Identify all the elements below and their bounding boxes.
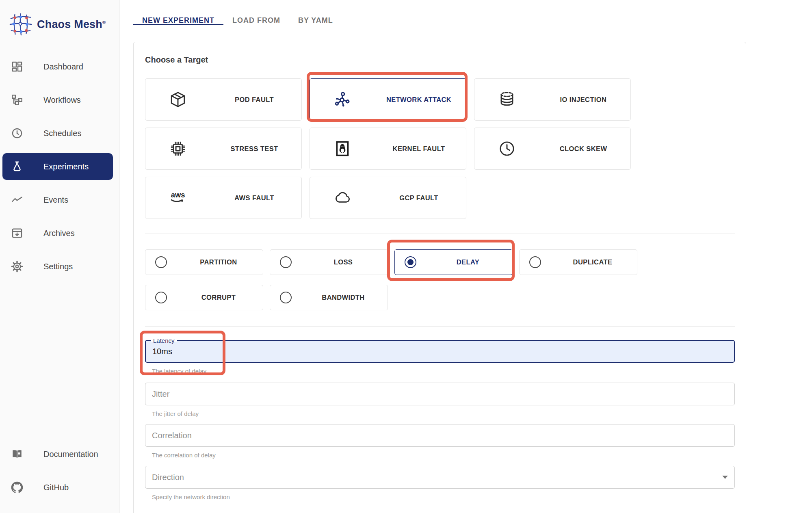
jitter-field-group: The jitter of delay xyxy=(145,383,735,418)
tab-load-from[interactable]: LOAD FROM xyxy=(223,0,289,25)
jitter-helper-text: The jitter of delay xyxy=(152,410,735,418)
target-card-stress-test[interactable]: STRESS TEST xyxy=(145,128,302,170)
main-content: NEW EXPERIMENT LOAD FROM BY YAML Choose … xyxy=(120,0,812,513)
cpu-chip-icon xyxy=(169,140,187,158)
target-card-kernel-fault[interactable]: KERNEL FAULT xyxy=(310,128,466,170)
action-duplicate[interactable]: DUPLICATE xyxy=(519,249,637,275)
action-corrupt[interactable]: CORRUPT xyxy=(145,285,263,310)
panel-title: Choose a Target xyxy=(145,55,735,65)
direction-select[interactable] xyxy=(145,466,735,489)
sidebar-item-experiments[interactable]: Experiments xyxy=(2,153,113,180)
dashboard-icon xyxy=(11,61,23,73)
section-divider xyxy=(145,326,735,327)
aws-logo-icon: aws xyxy=(169,189,187,207)
latency-field-group: Latency The latency of delay xyxy=(145,340,735,375)
correlation-field[interactable] xyxy=(145,424,735,447)
tab-bar: NEW EXPERIMENT LOAD FROM BY YAML xyxy=(133,0,746,25)
brand-name: Chaos Mesh® xyxy=(37,18,106,31)
radio-unchecked-icon xyxy=(529,256,541,268)
direction-helper-text: Specify the network direction xyxy=(152,494,735,501)
clock-icon xyxy=(11,127,23,139)
flask-icon xyxy=(11,160,23,173)
target-card-gcp-fault[interactable]: GCP FAULT xyxy=(310,177,466,219)
action-partition[interactable]: PARTITION xyxy=(145,249,263,275)
direction-field-group: Specify the network direction xyxy=(145,466,735,501)
svg-text:aws: aws xyxy=(171,190,185,199)
sidebar: Chaos Mesh® Dashboard Workflows Schedule… xyxy=(0,0,120,513)
latency-field[interactable]: Latency xyxy=(145,340,735,363)
sidebar-item-archives[interactable]: Archives xyxy=(2,220,113,247)
sidebar-item-dashboard[interactable]: Dashboard xyxy=(2,53,113,80)
action-bandwidth[interactable]: BANDWIDTH xyxy=(270,285,388,310)
sidebar-item-github[interactable]: GitHub xyxy=(2,474,113,501)
sidebar-item-events[interactable]: Events xyxy=(2,186,113,213)
database-icon xyxy=(498,91,516,108)
cube-icon xyxy=(169,91,187,108)
sidebar-item-workflows[interactable]: Workflows xyxy=(2,87,113,113)
target-card-network-attack[interactable]: NETWORK ATTACK xyxy=(310,78,466,121)
correlation-field-group: The correlation of delay xyxy=(145,424,735,459)
sidebar-item-schedules[interactable]: Schedules xyxy=(2,120,113,147)
jitter-input[interactable] xyxy=(152,390,728,399)
section-divider xyxy=(145,234,735,234)
linux-penguin-icon xyxy=(333,140,351,158)
gear-icon xyxy=(11,260,23,273)
action-grid: PARTITION LOSS DELAY DUPLICATE CORRUPT xyxy=(145,249,735,310)
radio-unchecked-icon xyxy=(280,292,292,303)
sidebar-nav: Dashboard Workflows Schedules Experiment… xyxy=(0,53,119,286)
workflows-icon xyxy=(11,94,23,106)
target-grid: POD FAULT NETWORK ATTACK xyxy=(145,78,735,219)
target-card-aws-fault[interactable]: aws AWS FAULT xyxy=(145,177,302,219)
radio-checked-icon xyxy=(405,256,416,268)
radio-unchecked-icon xyxy=(155,256,167,268)
target-card-io-injection[interactable]: IO INJECTION xyxy=(474,78,631,121)
correlation-helper-text: The correlation of delay xyxy=(152,452,735,459)
sidebar-bottom: Documentation GitHub xyxy=(0,441,119,513)
latency-field-label: Latency xyxy=(151,337,177,344)
latency-helper-text: The latency of delay xyxy=(152,368,735,375)
archive-icon xyxy=(11,227,23,239)
direction-input[interactable] xyxy=(152,473,722,482)
github-icon xyxy=(11,481,23,494)
target-card-pod-fault[interactable]: POD FAULT xyxy=(145,78,302,121)
chaos-mesh-logo-icon xyxy=(9,13,32,36)
radio-unchecked-icon xyxy=(155,292,167,303)
clock-skew-icon xyxy=(498,140,516,158)
brand-logo[interactable]: Chaos Mesh® xyxy=(0,9,119,40)
sidebar-item-documentation[interactable]: Documentation xyxy=(2,441,113,468)
latency-input[interactable] xyxy=(152,347,728,356)
tab-by-yaml[interactable]: BY YAML xyxy=(289,0,342,25)
trend-line-icon xyxy=(11,194,23,206)
tab-new-experiment[interactable]: NEW EXPERIMENT xyxy=(133,0,223,25)
choose-target-panel: Choose a Target POD FAULT xyxy=(133,42,746,513)
network-hub-icon xyxy=(333,91,351,108)
book-icon xyxy=(11,448,23,460)
action-delay[interactable]: DELAY xyxy=(394,249,513,275)
jitter-field[interactable] xyxy=(145,383,735,405)
cloud-icon xyxy=(333,189,351,207)
action-loss[interactable]: LOSS xyxy=(270,249,388,275)
dropdown-arrow-icon xyxy=(722,476,728,479)
sidebar-item-settings[interactable]: Settings xyxy=(2,253,113,280)
radio-unchecked-icon xyxy=(280,256,292,268)
correlation-input[interactable] xyxy=(152,431,728,440)
target-card-clock-skew[interactable]: CLOCK SKEW xyxy=(474,128,631,170)
